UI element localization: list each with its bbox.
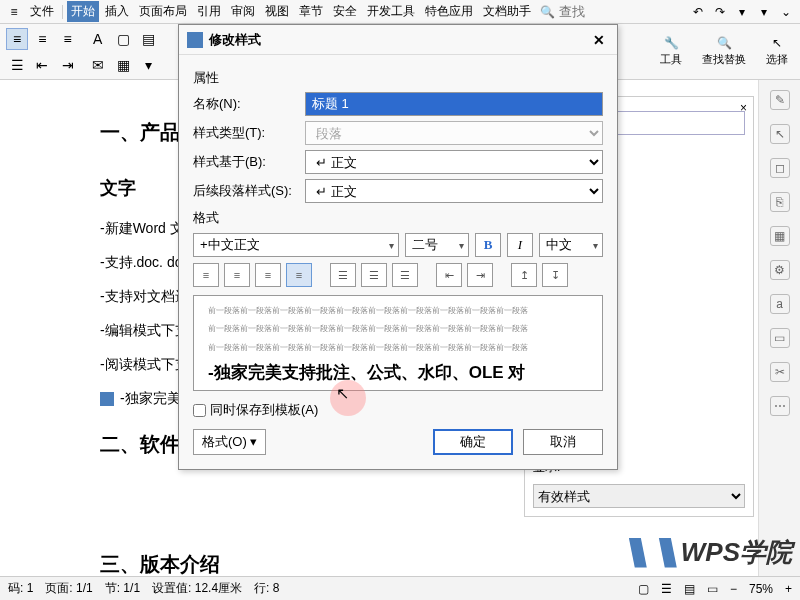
right-sidebar: ✎ ↖ ◻ ⎘ ▦ ⚙ a ▭ ✂ ⋯: [758, 80, 800, 576]
after-space-btn[interactable]: ↧: [542, 263, 568, 287]
find-replace-button[interactable]: 🔍 查找替换: [696, 34, 752, 69]
shading-icon[interactable]: ▤: [137, 28, 159, 50]
align-left-btn[interactable]: ≡: [193, 263, 219, 287]
view-read-icon[interactable]: ▭: [707, 582, 718, 596]
hamburger-icon[interactable]: ≡: [4, 5, 24, 19]
tab-reference[interactable]: 引用: [193, 1, 225, 22]
wps-logo-icon: [647, 538, 677, 568]
bold-button[interactable]: B: [475, 233, 501, 257]
collapse-icon[interactable]: ▾: [754, 5, 774, 19]
list-icon[interactable]: ☰: [6, 54, 28, 76]
checkbox[interactable]: [193, 404, 206, 417]
grid-icon[interactable]: ▦: [770, 226, 790, 246]
linespace-1-btn[interactable]: ☰: [330, 263, 356, 287]
name-input[interactable]: [305, 92, 603, 116]
tab-dochelper[interactable]: 文档助手: [479, 1, 535, 22]
shape-icon[interactable]: ◻: [770, 158, 790, 178]
undo-icon[interactable]: ↶: [688, 5, 708, 19]
style-preview: 前一段落前一段落前一段落前一段落前一段落前一段落前一段落前一段落前一段落前一段落…: [193, 295, 603, 391]
table-icon[interactable]: ▦: [112, 54, 134, 76]
minimize-icon[interactable]: ⌄: [776, 5, 796, 19]
tab-insert[interactable]: 插入: [101, 1, 133, 22]
select-button[interactable]: ↖ 选择: [760, 34, 794, 69]
display-select[interactable]: 有效样式: [533, 484, 745, 508]
status-line[interactable]: 行: 8: [254, 580, 279, 597]
linespace-2-btn[interactable]: ☰: [361, 263, 387, 287]
before-space-btn[interactable]: ↥: [511, 263, 537, 287]
status-pos[interactable]: 设置值: 12.4厘米: [152, 580, 242, 597]
text-icon[interactable]: a: [770, 294, 790, 314]
chain-icon[interactable]: ⎘: [770, 192, 790, 212]
section-properties: 属性: [193, 69, 603, 87]
status-section[interactable]: 节: 1/1: [105, 580, 140, 597]
indent-dec-btn[interactable]: ⇤: [436, 263, 462, 287]
ok-button[interactable]: 确定: [433, 429, 513, 455]
wps-watermark: WPS学院: [629, 535, 792, 570]
format-dropdown-button[interactable]: 格式(O) ▾: [193, 429, 266, 455]
pencil-icon[interactable]: ✎: [770, 90, 790, 110]
type-select[interactable]: 段落: [305, 121, 603, 145]
more-icon[interactable]: ▾: [137, 54, 159, 76]
tab-chapter[interactable]: 章节: [295, 1, 327, 22]
align-left-icon[interactable]: ≡: [6, 28, 28, 50]
based-select[interactable]: ↵ 正文: [305, 150, 603, 174]
more-side-icon[interactable]: ⋯: [770, 396, 790, 416]
size-combo[interactable]: 二号: [405, 233, 469, 257]
tool-icon[interactable]: ⚙: [770, 260, 790, 280]
tab-security[interactable]: 安全: [329, 1, 361, 22]
redo-icon[interactable]: ↷: [710, 5, 730, 19]
statusbar: 码: 1 页面: 1/1 节: 1/1 设置值: 12.4厘米 行: 8 ▢ ☰…: [0, 576, 800, 600]
menu-file[interactable]: 文件: [26, 1, 58, 22]
indent-inc-icon[interactable]: ⇥: [57, 54, 79, 76]
close-icon[interactable]: ✕: [589, 32, 609, 48]
section-format: 格式: [193, 209, 603, 227]
follow-select[interactable]: ↵ 正文: [305, 179, 603, 203]
preview-sample: -独家完美支持批注、公式、水印、OLE 对: [208, 361, 588, 384]
zoom-in-icon[interactable]: +: [785, 582, 792, 596]
highlight-icon[interactable]: A: [87, 28, 109, 50]
tab-view[interactable]: 视图: [261, 1, 293, 22]
view-web-icon[interactable]: ▤: [684, 582, 695, 596]
follow-label: 后续段落样式(S):: [193, 182, 299, 200]
border-icon[interactable]: ▢: [112, 28, 134, 50]
cancel-button[interactable]: 取消: [523, 429, 603, 455]
linespace-3-btn[interactable]: ☰: [392, 263, 418, 287]
font-combo[interactable]: +中文正文: [193, 233, 399, 257]
status-page[interactable]: 页面: 1/1: [45, 580, 92, 597]
search-icon[interactable]: 🔍: [537, 5, 557, 19]
save-to-template-checkbox[interactable]: 同时保存到模板(A): [193, 401, 318, 419]
zoom-out-icon[interactable]: −: [730, 582, 737, 596]
lang-combo[interactable]: 中文: [539, 233, 603, 257]
italic-button[interactable]: I: [507, 233, 533, 257]
align-center-icon[interactable]: ≡: [31, 28, 53, 50]
clip-icon[interactable]: ✂: [770, 362, 790, 382]
align-center-btn[interactable]: ≡: [224, 263, 250, 287]
view-outline-icon[interactable]: ☰: [661, 582, 672, 596]
based-label: 样式基于(B):: [193, 153, 299, 171]
search-input[interactable]: [559, 4, 599, 19]
tab-special[interactable]: 特色应用: [421, 1, 477, 22]
envelope-icon[interactable]: ✉: [87, 54, 109, 76]
tools-label: 工具: [660, 52, 682, 67]
arrow-icon[interactable]: ↖: [770, 124, 790, 144]
close-icon[interactable]: ×: [740, 101, 747, 115]
dialog-titlebar[interactable]: 修改样式 ✕: [179, 25, 617, 55]
dropdown-icon[interactable]: ▾: [732, 5, 752, 19]
find-replace-label: 查找替换: [702, 52, 746, 67]
indent-dec-icon[interactable]: ⇤: [31, 54, 53, 76]
tab-pagelayout[interactable]: 页面布局: [135, 1, 191, 22]
indent-inc-btn[interactable]: ⇥: [467, 263, 493, 287]
tab-start[interactable]: 开始: [67, 1, 99, 22]
tab-review[interactable]: 审阅: [227, 1, 259, 22]
align-right-btn[interactable]: ≡: [255, 263, 281, 287]
status-page-no[interactable]: 码: 1: [8, 580, 33, 597]
zoom-level[interactable]: 75%: [749, 582, 773, 596]
align-right-icon[interactable]: ≡: [57, 28, 79, 50]
cursor-icon: ↖: [772, 36, 782, 50]
highlight-icon[interactable]: ▭: [770, 328, 790, 348]
tools-group-button[interactable]: 🔧 工具: [654, 34, 688, 69]
view-print-icon[interactable]: ▢: [638, 582, 649, 596]
align-justify-btn[interactable]: ≡: [286, 263, 312, 287]
tab-devtools[interactable]: 开发工具: [363, 1, 419, 22]
wrench-icon: 🔧: [664, 36, 679, 50]
